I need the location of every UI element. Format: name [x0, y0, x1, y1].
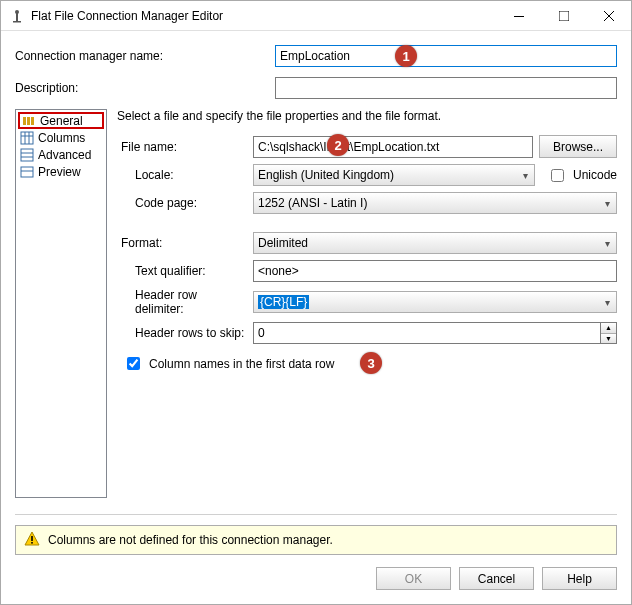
- browse-button[interactable]: Browse...: [539, 135, 617, 158]
- nav-item-label: General: [40, 114, 83, 128]
- close-button[interactable]: [586, 1, 631, 30]
- svg-rect-21: [31, 542, 33, 544]
- unicode-checkbox[interactable]: [551, 169, 564, 182]
- nav-list: General Columns Advanced Preview: [15, 109, 107, 498]
- first-row-checkbox[interactable]: [127, 357, 140, 370]
- header-skip-label: Header rows to skip:: [117, 326, 247, 340]
- divider: [15, 514, 617, 515]
- codepage-select[interactable]: 1252 (ANSI - Latin I)▾: [253, 192, 617, 214]
- nav-item-preview[interactable]: Preview: [18, 163, 104, 180]
- annotation-marker-1: 1: [395, 45, 417, 67]
- titlebar-title: Flat File Connection Manager Editor: [31, 9, 496, 23]
- preview-icon: [20, 165, 34, 179]
- header-skip-stepper[interactable]: ▲▼: [253, 322, 617, 344]
- annotation-marker-3: 3: [360, 352, 382, 374]
- chevron-down-icon: ▾: [523, 170, 528, 181]
- columns-icon: [20, 131, 34, 145]
- warning-icon: [24, 531, 40, 550]
- svg-rect-9: [31, 117, 34, 125]
- description-label: Description:: [15, 81, 275, 95]
- help-button[interactable]: Help: [542, 567, 617, 590]
- ok-button[interactable]: OK: [376, 567, 451, 590]
- stepper-down-icon[interactable]: ▼: [601, 334, 616, 344]
- text-qualifier-input[interactable]: [253, 260, 617, 282]
- app-icon: [9, 8, 25, 24]
- svg-rect-10: [21, 132, 33, 144]
- description-input[interactable]: [275, 77, 617, 99]
- pane-description: Select a file and specify the file prope…: [117, 109, 617, 123]
- svg-rect-4: [559, 11, 569, 21]
- titlebar: Flat File Connection Manager Editor: [1, 1, 631, 31]
- chevron-down-icon: ▾: [605, 198, 610, 209]
- header-delim-select[interactable]: {CR}{LF}▾: [253, 291, 617, 313]
- unicode-label: Unicode: [573, 168, 617, 182]
- stepper-up-icon[interactable]: ▲: [601, 323, 616, 334]
- nav-item-columns[interactable]: Columns: [18, 129, 104, 146]
- svg-rect-7: [23, 117, 26, 125]
- warning-text: Columns are not defined for this connect…: [48, 533, 333, 547]
- maximize-button[interactable]: [541, 1, 586, 30]
- advanced-icon: [20, 148, 34, 162]
- text-qualifier-label: Text qualifier:: [117, 264, 247, 278]
- nav-item-general[interactable]: General: [18, 112, 104, 129]
- svg-rect-1: [16, 13, 18, 21]
- file-name-input[interactable]: [253, 136, 533, 158]
- footer: OK Cancel Help: [1, 555, 631, 604]
- svg-rect-8: [27, 117, 30, 125]
- nav-item-label: Columns: [38, 131, 85, 145]
- svg-rect-17: [21, 167, 33, 177]
- dialog-window: Flat File Connection Manager Editor Conn…: [0, 0, 632, 605]
- stepper-buttons[interactable]: ▲▼: [601, 322, 617, 344]
- codepage-label: Code page:: [117, 196, 247, 210]
- cancel-button[interactable]: Cancel: [459, 567, 534, 590]
- format-label: Format:: [117, 236, 247, 250]
- chevron-down-icon: ▾: [605, 297, 610, 308]
- minimize-button[interactable]: [496, 1, 541, 30]
- general-icon: [22, 114, 36, 128]
- locale-select[interactable]: English (United Kingdom)▾: [253, 164, 535, 186]
- chevron-down-icon: ▾: [605, 238, 610, 249]
- format-select[interactable]: Delimited▾: [253, 232, 617, 254]
- annotation-marker-2: 2: [327, 134, 349, 156]
- first-row-label: Column names in the first data row: [149, 357, 334, 371]
- svg-rect-3: [514, 16, 524, 17]
- nav-item-advanced[interactable]: Advanced: [18, 146, 104, 163]
- file-name-label: File name:: [117, 140, 247, 154]
- locale-label: Locale:: [117, 168, 247, 182]
- nav-item-label: Preview: [38, 165, 81, 179]
- svg-rect-14: [21, 149, 33, 161]
- svg-rect-20: [31, 536, 33, 541]
- unicode-checkbox-wrap[interactable]: Unicode: [547, 166, 617, 185]
- warning-bar: Columns are not defined for this connect…: [15, 525, 617, 555]
- conn-name-input[interactable]: [275, 45, 617, 67]
- nav-item-label: Advanced: [38, 148, 91, 162]
- conn-name-label: Connection manager name:: [15, 49, 275, 63]
- first-row-checkbox-wrap[interactable]: Column names in the first data row: [123, 354, 334, 373]
- header-delim-label: Header row delimiter:: [117, 288, 247, 316]
- header-skip-input[interactable]: [253, 322, 601, 344]
- svg-rect-2: [13, 21, 21, 23]
- general-pane: Select a file and specify the file prope…: [117, 109, 617, 498]
